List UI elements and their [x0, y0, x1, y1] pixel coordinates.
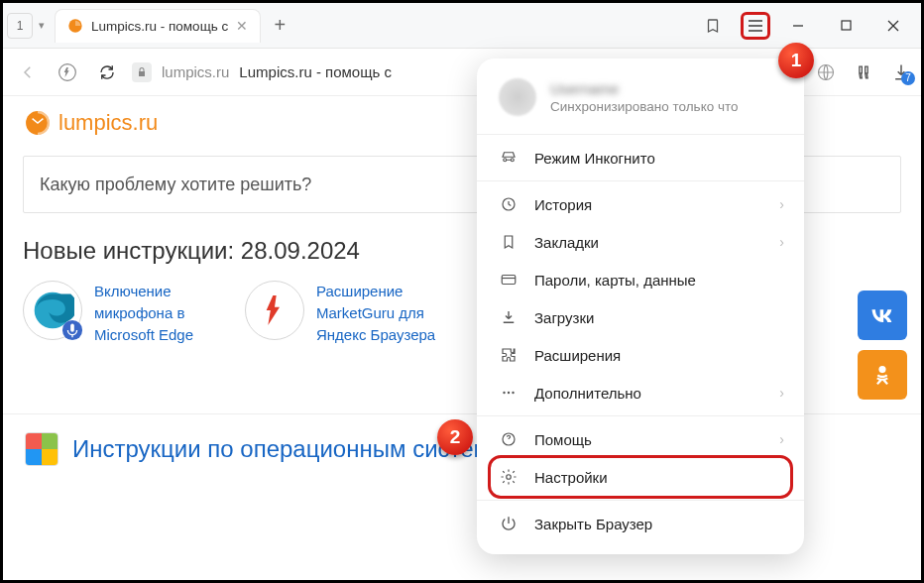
- menu-passwords[interactable]: Пароли, карты, данные: [477, 261, 804, 298]
- svg-point-14: [878, 366, 885, 373]
- downloads-badge: 7: [901, 71, 915, 85]
- yandex-home-icon[interactable]: [53, 58, 82, 87]
- menu-settings[interactable]: Настройки: [491, 458, 790, 496]
- menu-downloads[interactable]: Загрузки: [477, 298, 804, 336]
- site-logo-icon: [25, 110, 51, 136]
- back-button[interactable]: [13, 58, 43, 87]
- minimize-button[interactable]: [774, 6, 822, 46]
- browser-tab[interactable]: Lumpics.ru - помощь с ✕: [55, 9, 261, 43]
- menu-sync-status: Синхронизировано только что: [550, 99, 739, 114]
- card-yandex-ext[interactable]: Расширение MarketGuru для Яндекс Браузер…: [245, 281, 453, 345]
- svg-rect-16: [502, 276, 516, 285]
- url-title: Lumpics.ru - помощь с: [239, 63, 392, 80]
- chevron-right-icon: ›: [779, 196, 784, 212]
- svg-point-17: [503, 392, 505, 394]
- power-icon: [499, 514, 519, 533]
- gear-icon: [499, 467, 519, 487]
- tab-counter[interactable]: 1: [7, 13, 33, 39]
- edge-icon: [23, 281, 82, 340]
- lock-icon: [132, 62, 152, 82]
- menu-incognito[interactable]: Режим Инкогнито: [477, 139, 804, 176]
- main-menu-panel: Username Синхронизировано только что Реж…: [477, 58, 804, 554]
- avatar-icon: [499, 78, 536, 116]
- social-buttons: [858, 291, 907, 400]
- chevron-right-icon: ›: [779, 385, 784, 401]
- reload-button[interactable]: [92, 58, 122, 87]
- maximize-button[interactable]: [822, 6, 869, 46]
- globe-icon[interactable]: [816, 62, 836, 82]
- os-grid-icon: [25, 432, 58, 466]
- top-icon-group: [693, 9, 770, 43]
- tab-title: Lumpics.ru - помощь с: [91, 19, 228, 34]
- chevron-right-icon: ›: [779, 431, 784, 447]
- bookmark-outline-icon[interactable]: [693, 9, 733, 43]
- chevron-right-icon: ›: [779, 234, 784, 250]
- main-menu-button[interactable]: [741, 12, 770, 40]
- new-tab-button[interactable]: +: [265, 11, 294, 41]
- card-title: Включение микрофона в Microsoft Edge: [94, 281, 231, 345]
- svg-point-19: [512, 392, 514, 394]
- puzzle-icon: [499, 345, 519, 365]
- svg-point-18: [508, 392, 510, 394]
- feedback-icon[interactable]: [854, 62, 873, 82]
- url-host: lumpics.ru: [162, 63, 229, 80]
- download-icon: [499, 307, 519, 327]
- incognito-icon: [499, 148, 519, 168]
- more-icon: [499, 383, 519, 403]
- site-name: lumpics.ru: [58, 110, 158, 136]
- menu-username: Username: [550, 80, 739, 97]
- svg-point-21: [507, 475, 512, 480]
- tab-strip: 1 ▾ Lumpics.ru - помощь с ✕ +: [3, 3, 921, 49]
- menu-more[interactable]: Дополнительно›: [477, 374, 804, 411]
- annotation-2: 2: [437, 419, 473, 455]
- menu-help[interactable]: Помощь›: [477, 420, 804, 458]
- menu-header[interactable]: Username Синхронизировано только что: [477, 72, 804, 130]
- menu-history[interactable]: История›: [477, 185, 804, 223]
- svg-rect-13: [70, 324, 74, 332]
- bookmark-icon: [499, 232, 519, 252]
- history-icon: [499, 194, 519, 214]
- help-icon: [499, 429, 519, 449]
- menu-extensions[interactable]: Расширения: [477, 336, 804, 374]
- yandex-browser-icon: [245, 281, 304, 340]
- close-tab-icon[interactable]: ✕: [236, 18, 248, 34]
- downloads-icon[interactable]: 7: [891, 62, 911, 82]
- chevron-down-icon[interactable]: ▾: [39, 19, 45, 32]
- vk-button[interactable]: [858, 291, 907, 340]
- menu-close-browser[interactable]: Закрыть Браузер: [477, 505, 804, 542]
- close-window-button[interactable]: [869, 6, 917, 46]
- toolbar-right: 7: [816, 62, 911, 82]
- annotation-1: 1: [778, 43, 814, 78]
- favicon-icon: [67, 18, 83, 34]
- svg-rect-5: [842, 21, 851, 30]
- card-title: Расширение MarketGuru для Яндекс Браузер…: [316, 281, 453, 345]
- menu-bookmarks[interactable]: Закладки›: [477, 223, 804, 261]
- card-edge-mic[interactable]: Включение микрофона в Microsoft Edge: [23, 281, 231, 345]
- ok-button[interactable]: [858, 350, 907, 400]
- card-icon: [499, 270, 519, 290]
